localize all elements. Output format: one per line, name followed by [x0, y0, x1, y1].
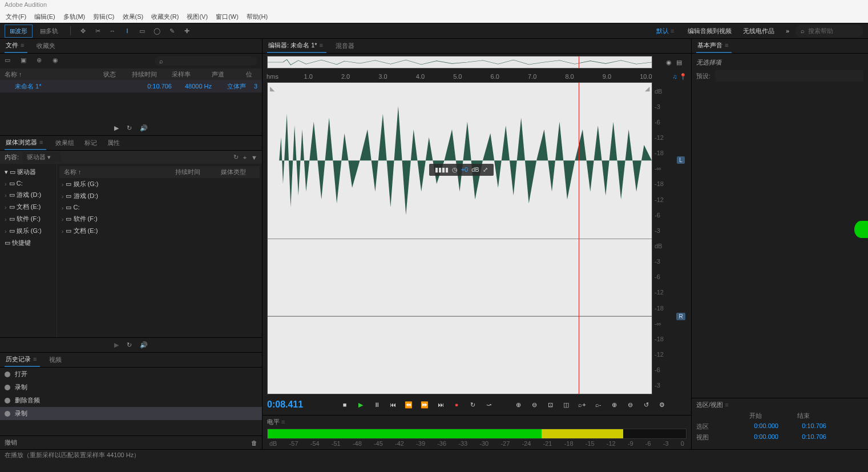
- tab-files[interactable]: 文件≡: [5, 39, 27, 53]
- menu-file[interactable]: 文件(F): [2, 11, 30, 22]
- col-header-name[interactable]: 名称 ↑: [5, 70, 103, 79]
- tab-editor[interactable]: 编辑器: 未命名 1*≡: [267, 39, 326, 53]
- help-search[interactable]: ⌕搜索帮助: [795, 25, 863, 37]
- refresh-icon[interactable]: ↻: [233, 154, 239, 161]
- drive-content-item[interactable]: › ▭ C:: [59, 202, 260, 213]
- content-dropdown[interactable]: 驱动器 ▾: [22, 152, 61, 163]
- tab-essential-sound[interactable]: 基本声音≡: [696, 39, 732, 53]
- menu-window[interactable]: 窗口(W): [212, 11, 242, 22]
- menu-help[interactable]: 帮助(H): [243, 11, 271, 22]
- skip-selection-button[interactable]: ⤻: [482, 398, 495, 411]
- file-row[interactable]: 未命名 1* 0:10.706 48000 Hz 立体声 3: [0, 80, 262, 92]
- zoom-reset-amp-button[interactable]: ↺: [640, 398, 652, 411]
- history-item[interactable]: 删除音频: [0, 394, 262, 407]
- waveform-overview[interactable]: [267, 56, 652, 68]
- stop-button[interactable]: ■: [338, 398, 351, 411]
- loop-icon[interactable]: ↻: [127, 124, 132, 132]
- menu-view[interactable]: 视图(V): [183, 11, 211, 22]
- view-start[interactable]: 0:00.000: [733, 433, 778, 442]
- drive-item[interactable]: › ▭ 软件 (F:): [2, 213, 54, 225]
- pause-button[interactable]: ⏸: [370, 398, 383, 411]
- tab-markers[interactable]: 标记: [83, 136, 98, 150]
- waveform-display[interactable]: ▮▮▮▮ ◷ +0 dB ⤢ ◣ ◢: [267, 82, 652, 394]
- channel-right-label[interactable]: R: [675, 239, 687, 395]
- workspace-video[interactable]: 编辑音频到视频: [682, 27, 737, 35]
- zoom-in-point-button[interactable]: ⌕+: [576, 398, 588, 411]
- rewind-button[interactable]: ⏪: [402, 398, 415, 411]
- history-item[interactable]: 打开: [0, 368, 262, 381]
- filter-icon[interactable]: ▼: [251, 154, 257, 161]
- drive-content-item[interactable]: › ▭ 文档 (E:): [59, 225, 260, 237]
- loop-button[interactable]: ↻: [466, 398, 479, 411]
- tab-favorites[interactable]: 收藏夹: [35, 39, 56, 53]
- drive-content-item[interactable]: › ▭ 娱乐 (G:): [59, 178, 260, 190]
- add-icon[interactable]: +: [243, 154, 247, 161]
- drive-item[interactable]: › ▭ 文档 (E:): [2, 201, 54, 213]
- preset-dropdown[interactable]: [715, 70, 863, 82]
- assistant-bubble[interactable]: [854, 221, 868, 238]
- history-item[interactable]: 录制: [0, 407, 262, 420]
- tab-properties[interactable]: 属性: [106, 136, 121, 150]
- col-header-channel[interactable]: 声道: [212, 70, 246, 79]
- loop-icon[interactable]: ↻: [127, 341, 132, 349]
- menu-edit[interactable]: 编辑(E): [31, 11, 59, 22]
- menu-favorites[interactable]: 收藏夹(R): [148, 11, 182, 22]
- level-meter[interactable]: [267, 429, 687, 439]
- autoplay-icon[interactable]: 🔊: [140, 341, 148, 349]
- browser-col-name[interactable]: 名称 ↑: [64, 168, 175, 176]
- zoom-full-button[interactable]: ⊡: [544, 398, 556, 411]
- trash-icon[interactable]: 🗑: [251, 439, 257, 446]
- menu-clip[interactable]: 剪辑(C): [90, 11, 118, 22]
- play-icon[interactable]: ▶: [114, 124, 119, 132]
- move-tool-icon[interactable]: ✥: [77, 25, 88, 37]
- col-header-bits[interactable]: 位: [246, 70, 257, 79]
- view-multitrack-button[interactable]: ▤ 多轨: [35, 25, 63, 38]
- history-item[interactable]: 录制: [0, 381, 262, 394]
- zoom-out-point-button[interactable]: ⌕-: [592, 398, 604, 411]
- play-icon[interactable]: ▶: [114, 341, 119, 349]
- play-button[interactable]: ▶: [354, 398, 367, 411]
- col-header-rate[interactable]: 采样率: [172, 70, 212, 79]
- drive-item[interactable]: › ▭ 游戏 (D:): [2, 189, 54, 201]
- tab-history[interactable]: 历史记录≡: [5, 353, 40, 367]
- go-start-button[interactable]: ⏮: [386, 398, 399, 411]
- browser-col-type[interactable]: 媒体类型: [221, 168, 255, 176]
- import-icon[interactable]: ⊕: [37, 57, 46, 66]
- settings-button[interactable]: ⚙: [656, 398, 668, 411]
- workspace-more[interactable]: »: [780, 27, 795, 34]
- workspace-default[interactable]: 默认 ≡: [651, 27, 682, 35]
- playhead[interactable]: [579, 83, 579, 394]
- view-end[interactable]: 0:10.706: [781, 433, 826, 442]
- drive-item[interactable]: › ▭ C:: [2, 178, 54, 189]
- spectral-icon[interactable]: ◉: [666, 59, 672, 66]
- heal-tool-icon[interactable]: ✚: [181, 25, 192, 37]
- channel-left-label[interactable]: L: [675, 82, 687, 239]
- drive-item[interactable]: ▾ ▭ 驱动器: [2, 166, 54, 178]
- zoom-out-time-button[interactable]: ⊖: [528, 398, 540, 411]
- time-select-tool-icon[interactable]: I: [122, 25, 133, 37]
- timeline[interactable]: hms1.02.03.04.05.06.07.08.09.010.0: [263, 71, 668, 82]
- headphone-icon[interactable]: ♫: [672, 73, 677, 80]
- zoom-in-amp-button[interactable]: ⊕: [608, 398, 620, 411]
- workspace-radio[interactable]: 无线电作品: [737, 27, 780, 35]
- drive-item[interactable]: ▭ 快捷键: [2, 237, 54, 249]
- files-search[interactable]: ⌕: [155, 57, 257, 66]
- browser-col-dur[interactable]: 持续时间: [175, 168, 221, 176]
- new-file-icon[interactable]: ▭: [5, 57, 14, 66]
- slip-tool-icon[interactable]: ↔: [107, 25, 118, 37]
- brush-tool-icon[interactable]: ✎: [166, 25, 177, 37]
- razor-tool-icon[interactable]: ✂: [92, 25, 103, 37]
- tab-video[interactable]: 视频: [48, 353, 63, 366]
- pin-icon[interactable]: 📍: [679, 73, 687, 80]
- zoom-in-time-button[interactable]: ⊕: [512, 398, 524, 411]
- autoplay-icon[interactable]: 🔊: [140, 124, 148, 132]
- marquee-tool-icon[interactable]: ▭: [136, 25, 148, 37]
- zoom-selection-button[interactable]: ◫: [560, 398, 572, 411]
- drive-item[interactable]: › ▭ 娱乐 (G:): [2, 225, 54, 237]
- col-header-status[interactable]: 状态: [103, 70, 132, 79]
- tab-mixer[interactable]: 混音器: [334, 39, 356, 53]
- waveform-icon[interactable]: ▤: [676, 59, 682, 66]
- tab-effects-rack[interactable]: 效果组: [54, 136, 75, 150]
- sel-start[interactable]: 0:00.000: [733, 422, 778, 431]
- zoom-out-amp-button[interactable]: ⊖: [624, 398, 636, 411]
